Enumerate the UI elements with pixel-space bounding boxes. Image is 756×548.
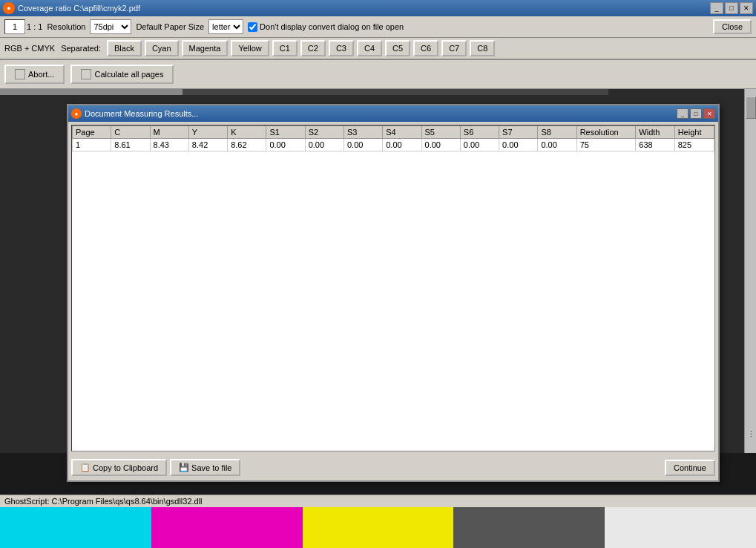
abort-area: Abort... Calculate all pages	[0, 60, 756, 89]
table-cell: 75	[576, 139, 636, 151]
progress-bar-fill	[0, 89, 183, 95]
resolution-label: Resolution	[47, 22, 85, 31]
magenta-swatch	[151, 507, 303, 548]
color-swatches-bar	[0, 507, 756, 548]
table-cell: 8.62	[228, 139, 266, 151]
window-controls: _ □ ✕	[710, 2, 753, 14]
c5-button[interactable]: C5	[385, 40, 410, 56]
c1-button[interactable]: C1	[272, 40, 298, 56]
title-bar: ● Coverage ratio C:\apfill\cmyk2.pdf _ □…	[0, 0, 756, 16]
white-swatch	[605, 507, 756, 548]
cyan-button[interactable]: Cyan	[145, 40, 179, 56]
table-cell: 825	[674, 139, 714, 151]
col-k: K	[228, 126, 266, 139]
status-text: GhostScript: C:\Program Files\qs\qs8.64\…	[4, 497, 203, 506]
col-s7: S7	[499, 126, 538, 139]
save-file-button[interactable]: 💾 Save to file	[170, 459, 240, 476]
table-header-row: Page C M Y K S1 S2 S3 S4 S5 S6 S7 S8 Res…	[73, 126, 714, 139]
calculate-button[interactable]: Calculate all pages	[70, 65, 174, 84]
mode-label: RGB + CMYK	[4, 44, 55, 53]
dialog-maximize-btn[interactable]: □	[690, 108, 702, 119]
black-swatch	[453, 507, 605, 548]
continue-label: Continue	[674, 463, 706, 472]
paper-select[interactable]: letter A4 legal	[208, 19, 243, 34]
abort-button[interactable]: Abort...	[4, 65, 65, 84]
c3-button[interactable]: C3	[329, 40, 354, 56]
dialog-footer-left: 📋 Copy to Clipboard 💾 Save to file	[71, 459, 240, 476]
yellow-swatch	[303, 507, 454, 548]
save-icon: 💾	[179, 463, 189, 472]
copy-icon: 📋	[80, 463, 91, 472]
copy-clipboard-button[interactable]: 📋 Copy to Clipboard	[71, 459, 167, 476]
results-table-area: Page C M Y K S1 S2 S3 S4 S5 S6 S7 S8 Res…	[71, 125, 715, 451]
dialog-close-btn[interactable]: ✕	[703, 108, 715, 119]
scale-box: 1 : 1	[4, 19, 42, 34]
table-cell: 0.00	[266, 139, 305, 151]
vertical-scrollbar[interactable]: ⋮	[744, 89, 756, 453]
cyan-swatch	[0, 507, 151, 548]
table-cell: 8.43	[150, 139, 188, 151]
col-s5: S5	[421, 126, 460, 139]
table-cell: 0.00	[538, 139, 576, 151]
app-icon: ●	[3, 2, 15, 14]
table-cell: 0.00	[421, 139, 460, 151]
window-title: Coverage ratio C:\apfill\cmyk2.pdf	[18, 4, 710, 13]
c7-button[interactable]: C7	[441, 40, 467, 56]
black-button[interactable]: Black	[107, 40, 142, 56]
scale-left-input[interactable]	[4, 19, 25, 34]
maximize-button[interactable]: □	[725, 2, 738, 14]
col-m: M	[150, 126, 188, 139]
yellow-button[interactable]: Yellow	[231, 40, 269, 56]
calculate-icon	[81, 69, 91, 79]
table-row: 18.618.438.428.620.000.000.000.000.000.0…	[73, 139, 714, 151]
table-cell: 0.00	[344, 139, 382, 151]
col-s8: S8	[538, 126, 576, 139]
abort-label: Abort...	[28, 70, 54, 79]
dialog-controls: _ □ ✕	[677, 108, 715, 119]
c4-button[interactable]: C4	[357, 40, 382, 56]
paper-label: Default Paper Size	[136, 22, 204, 31]
nodisplay-checkbox[interactable]	[248, 22, 257, 32]
nodisplay-checkbox-label[interactable]: Don't display convert dialog on file ope…	[248, 22, 404, 32]
nodisplay-label: Don't display convert dialog on file ope…	[260, 22, 404, 31]
col-s3: S3	[344, 126, 382, 139]
col-s6: S6	[460, 126, 499, 139]
magenta-button[interactable]: Magenta	[182, 40, 229, 56]
table-cell: 8.42	[188, 139, 227, 151]
table-cell: 0.00	[499, 139, 538, 151]
dialog-footer: 📋 Copy to Clipboard 💾 Save to file Conti…	[68, 454, 718, 480]
dialog-minimize-btn[interactable]: _	[677, 108, 688, 119]
c6-button[interactable]: C6	[413, 40, 438, 56]
col-s2: S2	[305, 126, 344, 139]
resolution-select[interactable]: 75dpi 150dpi 300dpi	[90, 19, 131, 34]
main-toolbar: 1 : 1 Resolution 75dpi 150dpi 300dpi Def…	[0, 16, 756, 38]
col-c: C	[111, 126, 150, 139]
c2-button[interactable]: C2	[300, 40, 326, 56]
close-button[interactable]: ✕	[740, 2, 753, 14]
dialog-title-bar: ● Document Measuring Results... _ □ ✕	[68, 105, 718, 122]
c8-button[interactable]: C8	[470, 40, 495, 56]
save-label: Save to file	[191, 463, 231, 472]
main-area: ● Document Measuring Results... _ □ ✕ Pa…	[0, 89, 756, 453]
progress-bar-bg	[0, 89, 608, 95]
scrollbar-thumb[interactable]	[746, 97, 756, 119]
close-button-toolbar[interactable]: Close	[713, 19, 752, 34]
table-cell: 8.61	[111, 139, 150, 151]
abort-icon	[15, 69, 25, 79]
table-cell: 0.00	[460, 139, 499, 151]
separator-row: RGB + CMYK Separated: Black Cyan Magenta…	[0, 38, 756, 60]
minimize-button[interactable]: _	[710, 2, 723, 14]
measuring-dialog: ● Document Measuring Results... _ □ ✕ Pa…	[67, 104, 720, 482]
table-cell: 638	[636, 139, 674, 151]
separated-label: Separated:	[61, 44, 101, 53]
col-resolution: Resolution	[576, 126, 636, 139]
continue-button[interactable]: Continue	[665, 460, 715, 476]
table-cell: 1	[73, 139, 111, 151]
table-cell: 0.00	[383, 139, 421, 151]
col-width: Width	[636, 126, 674, 139]
col-page: Page	[73, 126, 111, 139]
copy-label: Copy to Clipboard	[93, 463, 158, 472]
col-s4: S4	[383, 126, 421, 139]
dialog-title-text: Document Measuring Results...	[85, 109, 677, 118]
scale-separator: 1 : 1	[27, 22, 42, 31]
